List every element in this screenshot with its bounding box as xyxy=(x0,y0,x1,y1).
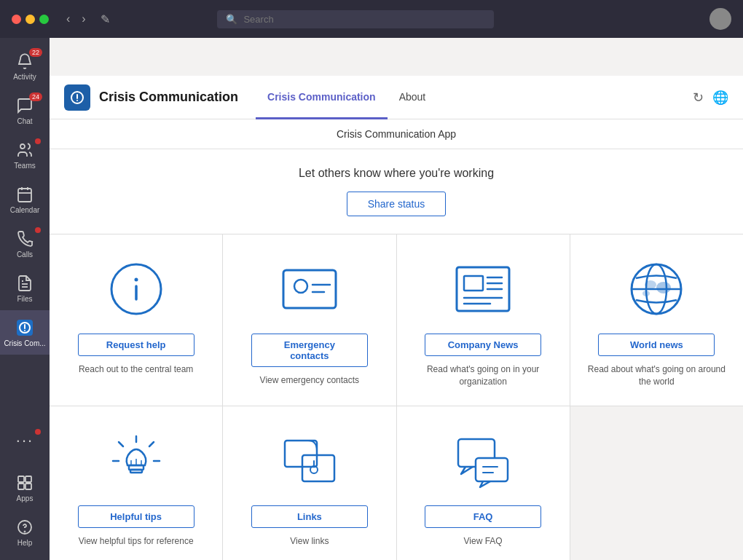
svg-point-16 xyxy=(25,532,25,532)
newspaper-icon xyxy=(454,263,512,315)
sidebar-item-label-files: Files xyxy=(17,295,32,303)
sidebar-item-crisis[interactable]: Crisis Com... xyxy=(0,310,50,355)
world-news-button[interactable]: World news xyxy=(598,334,715,356)
info-circle-icon xyxy=(107,260,165,318)
status-text: Let others know where you're working xyxy=(64,167,728,180)
emergency-contacts-button[interactable]: Emergency contacts xyxy=(251,334,368,367)
sidebar-item-label-teams: Teams xyxy=(14,162,35,170)
company-news-desc: Read what's going on in your organizatio… xyxy=(412,363,555,388)
nav-back-button[interactable]: ‹ xyxy=(60,9,76,28)
sidebar-item-chat[interactable]: 24 Chat xyxy=(0,88,50,133)
links-button[interactable]: Links xyxy=(251,505,368,528)
app-header: Crisis Communication Crisis Communicatio… xyxy=(50,76,743,119)
tabs: Crisis Communication About xyxy=(256,76,437,119)
tab-about[interactable]: About xyxy=(388,76,438,119)
content-area: Crisis Communication App Let others know… xyxy=(50,119,743,560)
svg-rect-55 xyxy=(476,458,508,481)
card-company-news: Company News Read what's going on in you… xyxy=(397,234,570,406)
maximize-button[interactable] xyxy=(39,15,49,24)
crisis-icon xyxy=(15,318,35,338)
sidebar-item-label-apps: Apps xyxy=(17,494,34,502)
cards-row-1: Request help Reach out to the central te… xyxy=(50,234,743,406)
company-news-button[interactable]: Company News xyxy=(425,334,541,356)
share-status-button[interactable]: Share status xyxy=(347,192,447,216)
card-faq: FAQ View FAQ xyxy=(397,406,570,560)
calendar-icon xyxy=(15,184,35,205)
svg-rect-50 xyxy=(285,441,317,467)
activity-badge: 22 xyxy=(29,48,42,57)
main-content: Crisis Communication Crisis Communicatio… xyxy=(50,76,743,560)
sidebar-item-teams[interactable]: Teams xyxy=(0,133,50,177)
title-bar: ‹ › ✎ 🔍 xyxy=(0,0,743,38)
svg-rect-46 xyxy=(130,470,142,473)
faq-desc: View FAQ xyxy=(464,535,503,548)
svg-rect-13 xyxy=(18,484,24,489)
links-desc: View links xyxy=(290,535,329,548)
teams-icon xyxy=(15,140,35,160)
sidebar-item-help[interactable]: Help xyxy=(0,510,50,554)
cards-row-2: Helpful tips View helpful tips for refer… xyxy=(50,406,743,560)
sidebar-item-label-crisis: Crisis Com... xyxy=(4,339,45,347)
svg-point-10 xyxy=(24,330,25,331)
close-button[interactable] xyxy=(12,15,21,24)
request-help-icon-area xyxy=(107,256,165,322)
more-badge xyxy=(35,429,41,435)
emergency-contacts-desc: View emergency contacts xyxy=(260,374,360,387)
avatar xyxy=(709,8,731,30)
search-input[interactable] xyxy=(243,14,485,25)
card-links: Links View links xyxy=(223,406,396,560)
svg-point-37 xyxy=(645,280,656,289)
sidebar-item-files[interactable]: Files xyxy=(0,266,50,310)
compose-button[interactable]: ✎ xyxy=(101,12,110,26)
traffic-lights xyxy=(12,15,49,24)
company-news-icon-area xyxy=(454,256,512,322)
teams-badge xyxy=(35,138,41,144)
world-news-icon-area xyxy=(627,256,685,322)
sidebar-item-calendar[interactable]: Calendar xyxy=(0,177,50,221)
header-actions: ↻ 🌐 xyxy=(693,90,728,106)
globe-icon xyxy=(627,260,685,318)
helpful-tips-desc: View helpful tips for reference xyxy=(79,535,194,548)
request-help-button[interactable]: Request help xyxy=(78,334,194,356)
chat-badge: 24 xyxy=(29,92,42,101)
svg-rect-51 xyxy=(302,455,334,481)
svg-point-19 xyxy=(76,100,78,101)
world-news-desc: Read about what's going on around the wo… xyxy=(585,363,728,388)
nav-forward-button[interactable]: › xyxy=(76,9,91,28)
svg-rect-1 xyxy=(18,189,31,202)
card-helpful-tips: Helpful tips View helpful tips for refer… xyxy=(50,406,223,560)
sidebar-item-label-chat: Chat xyxy=(17,117,32,125)
svg-rect-11 xyxy=(18,476,24,482)
svg-point-22 xyxy=(134,278,138,282)
svg-line-42 xyxy=(149,442,154,446)
card-emergency-contacts: Emergency contacts View emergency contac… xyxy=(223,234,396,406)
sidebar-item-label-calls: Calls xyxy=(17,251,33,259)
request-help-desc: Reach out to the central team xyxy=(79,363,193,376)
calls-badge xyxy=(35,227,41,233)
sidebar-item-apps[interactable]: Apps xyxy=(0,465,50,510)
refresh-button[interactable]: ↻ xyxy=(693,90,704,106)
apps-icon xyxy=(15,473,35,493)
sidebar-item-calls[interactable]: Calls xyxy=(0,221,50,266)
helpful-tips-icon-area xyxy=(107,428,165,494)
status-section: Let others know where you're working Sha… xyxy=(50,149,743,234)
sidebar-item-activity[interactable]: 22 Activity xyxy=(0,44,50,88)
emergency-contacts-icon-area xyxy=(280,256,339,322)
links-icon xyxy=(280,432,339,490)
svg-point-39 xyxy=(642,291,650,296)
tab-crisis-communication[interactable]: Crisis Communication xyxy=(256,76,388,119)
card-world-news: World news Read about what's going on ar… xyxy=(570,234,743,406)
search-icon: 🔍 xyxy=(226,14,237,25)
svg-point-24 xyxy=(294,280,307,293)
sidebar-item-label-activity: Activity xyxy=(13,73,36,81)
faq-icon xyxy=(454,432,512,490)
globe-button[interactable]: 🌐 xyxy=(712,90,728,106)
faq-button[interactable]: FAQ xyxy=(425,505,541,528)
sidebar: 22 Activity 24 Chat xyxy=(0,38,50,560)
minimize-button[interactable] xyxy=(25,15,35,24)
sidebar-item-more[interactable]: ··· xyxy=(0,423,50,460)
calls-icon xyxy=(15,229,35,249)
helpful-tips-button[interactable]: Helpful tips xyxy=(78,505,194,528)
app-icon xyxy=(64,84,90,111)
content-header-bar: Crisis Communication App xyxy=(50,119,743,149)
